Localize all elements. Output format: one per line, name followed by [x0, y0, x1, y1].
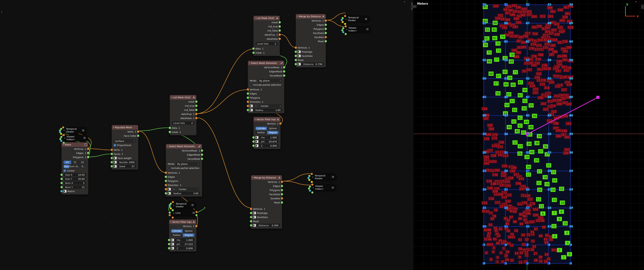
- socket-g[interactable]: [281, 201, 283, 204]
- center-dropdown[interactable]: Center▾: [177, 188, 200, 191]
- expand-arrow-icon[interactable]: ▸: [173, 212, 174, 214]
- socket-g[interactable]: [278, 29, 281, 32]
- socket-g[interactable]: [60, 173, 63, 176]
- number-field[interactable]: Level lists2: [255, 42, 278, 45]
- socket-g[interactable]: [164, 180, 167, 182]
- node-vector-polar-input[interactable]: ▾Vector Polar InputVectors. 1CylinderSph…: [253, 117, 281, 149]
- node-viewer-index-[interactable]: ▸Viewer Index+: [310, 184, 336, 191]
- socket-o[interactable]: [195, 113, 198, 115]
- value-icon[interactable]: [114, 161, 117, 164]
- socket-o[interactable]: [195, 225, 198, 227]
- socket-g[interactable]: [311, 191, 314, 194]
- socket-o[interactable]: [278, 38, 281, 40]
- toggle-button-num[interactable]: Num: [69, 165, 75, 168]
- collapse-chevron-icon[interactable]: ▾: [170, 221, 171, 223]
- socket-g[interactable]: [344, 33, 347, 35]
- socket-g[interactable]: [137, 134, 140, 137]
- socket-g[interactable]: [294, 63, 297, 65]
- pause-icon[interactable]: [332, 187, 334, 189]
- socket-g[interactable]: [168, 247, 170, 249]
- value-icon[interactable]: [298, 55, 301, 57]
- node-viewer-index-[interactable]: ▸Viewer Index+: [62, 135, 88, 141]
- value-icon[interactable]: [114, 157, 117, 159]
- socket-g[interactable]: [324, 40, 327, 43]
- number-field[interactable]: Size Y30.00: [64, 177, 86, 181]
- value-icon[interactable]: [250, 109, 253, 111]
- toggle-button-radian[interactable]: Radian: [171, 233, 183, 237]
- socket-c[interactable]: [60, 190, 63, 193]
- socket-c[interactable]: [309, 189, 311, 192]
- socket-o[interactable]: [195, 117, 198, 119]
- value-icon[interactable]: [168, 192, 171, 195]
- mode-dropdown[interactable]: By plane▾: [176, 162, 200, 166]
- value-icon[interactable]: [168, 188, 171, 191]
- node-temporal-viewer[interactable]: ▸Temporal Viewer: [61, 127, 87, 133]
- number-field[interactable]: Seed57: [118, 165, 136, 168]
- socket-g[interactable]: [324, 24, 327, 26]
- node-select-mesh-elements[interactable]: ▾Select Mesh ElementsVerticesMask. 1Edge…: [166, 144, 202, 197]
- number-field[interactable]: rho1.000: [259, 136, 278, 139]
- socket-g[interactable]: [201, 149, 203, 152]
- region-resize-arrows-icon[interactable]: ‹›: [411, 5, 416, 8]
- socket-g[interactable]: [195, 214, 198, 216]
- node-list-mask-out-[interactable]: ▾List Mask (Out)maskind_trueind_falsedat…: [170, 95, 196, 135]
- socket-o[interactable]: [281, 197, 283, 200]
- number-field[interactable]: rho1.000: [175, 238, 194, 242]
- value-icon[interactable]: [298, 63, 301, 65]
- toggle-button-sphere[interactable]: Sphere: [267, 127, 278, 130]
- socket-g[interactable]: [278, 25, 281, 28]
- dropdown[interactable]: Surface▾: [114, 139, 136, 143]
- checkbox-unchecked[interactable]: [168, 167, 170, 169]
- node-header[interactable]: ▾List Mask (Out): [254, 16, 280, 20]
- socket-c[interactable]: [60, 140, 62, 142]
- socket-o[interactable]: [195, 211, 198, 213]
- socket-y[interactable]: [344, 23, 346, 25]
- socket-g[interactable]: [294, 55, 297, 57]
- socket-g[interactable]: [278, 21, 281, 24]
- node-plane[interactable]: ▾PlaneVertices. 1Edges. 1Polygons. 1XYYZ…: [62, 142, 88, 195]
- socket-y[interactable]: [310, 181, 313, 183]
- number-field[interactable]: Numbe1000: [118, 161, 136, 164]
- checkbox-unchecked[interactable]: [250, 83, 252, 86]
- toggle-button-zx[interactable]: ZX: [79, 161, 86, 164]
- node-header[interactable]: ▾Vector Polar Input: [254, 117, 280, 121]
- socket-g[interactable]: [283, 74, 286, 77]
- checkbox-checked[interactable]: ✓: [64, 170, 66, 172]
- toggle-button-degree[interactable]: Degree: [183, 233, 194, 237]
- 3d-viewport[interactable]: 3333413353363433453483383373393553473463…: [413, 0, 644, 270]
- pause-icon[interactable]: [366, 28, 368, 30]
- socket-g[interactable]: [195, 108, 198, 111]
- socket-o[interactable]: [164, 171, 167, 174]
- direction-menu-button[interactable]: ▾: [254, 104, 258, 108]
- number-field[interactable]: Level lists2: [172, 121, 194, 125]
- socket-o[interactable]: [164, 188, 167, 191]
- node-editor[interactable]: ▸ ▾ ▾PlaneVertices. 1Edges. 1Polygons. 1…: [0, 0, 414, 270]
- socket-g[interactable]: [110, 161, 113, 164]
- navigation-gizmo[interactable]: y x: [620, 2, 641, 19]
- value-icon[interactable]: [253, 224, 256, 227]
- socket-g[interactable]: [110, 157, 113, 159]
- socket-o[interactable]: [87, 148, 90, 150]
- toggle-button-degree[interactable]: Degree: [267, 131, 278, 134]
- socket-o[interactable]: [168, 214, 171, 216]
- pause-icon[interactable]: [332, 176, 334, 178]
- socket-g[interactable]: [252, 136, 255, 139]
- toggle-button-cylinder[interactable]: Cylinder: [171, 229, 183, 233]
- socket-o[interactable]: [311, 183, 314, 186]
- socket-g[interactable]: [168, 239, 170, 241]
- number-field[interactable]: Radius3.00: [172, 192, 200, 195]
- socket-o[interactable]: [310, 173, 313, 175]
- expand-arrow-icon[interactable]: ▸: [346, 28, 347, 30]
- collapse-chevron-icon[interactable]: ▾: [297, 15, 298, 17]
- viewport-corner-chevron-icon[interactable]: ▾: [636, 0, 636, 3]
- socket-g[interactable]: [60, 178, 63, 180]
- socket-o[interactable]: [246, 88, 249, 91]
- socket-g[interactable]: [324, 32, 327, 34]
- toggle-button-yz[interactable]: YZ: [71, 161, 79, 164]
- socket-g[interactable]: [87, 156, 90, 159]
- number-field[interactable]: Z0.000: [175, 246, 194, 250]
- number-field[interactable]: Distance0.300: [257, 224, 280, 227]
- socket-g[interactable]: [60, 186, 63, 188]
- socket-g[interactable]: [168, 131, 171, 133]
- socket-g[interactable]: [252, 144, 255, 147]
